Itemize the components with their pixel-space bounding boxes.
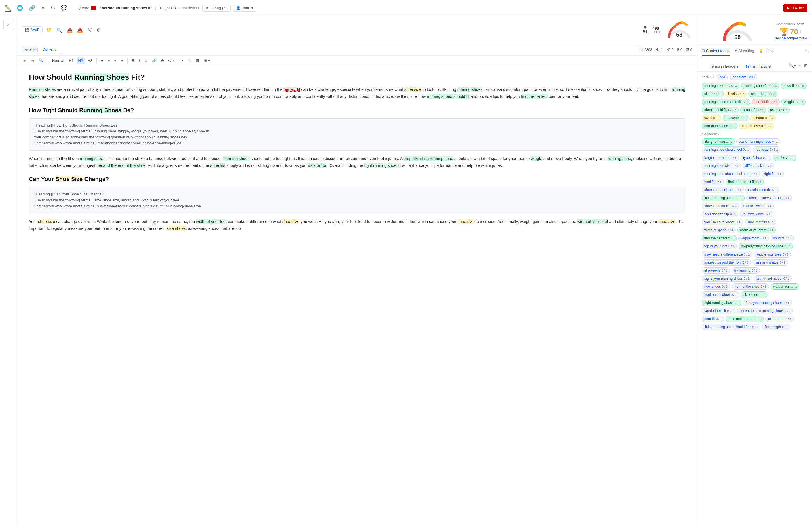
basic-tag[interactable]: footwear 1 / 1 xyxy=(723,115,748,121)
youtube-button[interactable]: ▶ How to? xyxy=(783,4,807,12)
basic-tag[interactable]: running shoe fit 2 / 1-3 xyxy=(741,82,779,89)
inline-code-button[interactable]: </> xyxy=(166,57,175,64)
basic-tag[interactable]: midfoot 0 / 1-2 xyxy=(750,115,776,121)
extended-tag[interactable]: size shoe 1 / 1 xyxy=(741,291,767,298)
extended-tag[interactable]: extra room 0 / 1 xyxy=(765,316,794,322)
extended-tag[interactable]: brand and model 0 / 1 xyxy=(754,275,792,282)
tab-terms-headers[interactable]: Terms in headers xyxy=(706,62,742,71)
extended-tag[interactable]: running shoes don't fit 0 / 1 xyxy=(746,195,792,201)
link-icon[interactable]: 🔗 xyxy=(29,5,35,11)
extended-tag[interactable]: longest toe and the front 0 / 1 xyxy=(702,259,751,266)
export-icon-btn[interactable]: 📤 xyxy=(66,26,74,34)
extended-tag[interactable]: comfortable fit 0 / 1 xyxy=(702,307,736,314)
extended-tag[interactable]: try running 0 / 1 xyxy=(732,267,760,274)
extended-tag[interactable]: find the perfect fit 1 / 1 xyxy=(726,179,764,185)
extended-tag[interactable]: wiggle your toes 0 / 1 xyxy=(754,251,791,257)
extended-tag[interactable]: length and width 0 / 1 xyxy=(702,154,739,161)
strikethrough-button[interactable]: S xyxy=(160,57,165,64)
extended-tag[interactable]: you'll need to know 0 / 1 xyxy=(702,219,743,225)
extended-tag[interactable]: fit properly 0 / 1 xyxy=(702,267,730,274)
extended-tag[interactable]: heel fit 0 / 1 xyxy=(702,179,724,185)
h3-button[interactable]: H3 xyxy=(86,57,94,64)
h2-button[interactable]: H2 xyxy=(76,57,85,64)
extended-tag[interactable]: snug fit 0 / 1 xyxy=(770,235,794,241)
extended-tag[interactable]: running coach 0 / 1 xyxy=(745,187,779,193)
h1-button[interactable]: H1 xyxy=(67,57,75,64)
extended-tag[interactable]: right fit 0 / 1 xyxy=(762,171,784,177)
search-format-button[interactable]: 🔍 xyxy=(38,57,45,64)
align-center-button[interactable]: ≡ xyxy=(106,57,112,64)
nav-ideas[interactable]: 💡 Ideas xyxy=(759,49,774,56)
tab-meta[interactable]: <meta> xyxy=(22,47,38,52)
basic-tag[interactable]: perfect fit 13 / 1 xyxy=(752,99,780,105)
basic-tag[interactable]: shoe fit 3 / 2-5 xyxy=(781,82,807,89)
extended-tag[interactable]: walk or run 1 / 1 xyxy=(770,283,799,290)
basic-tag[interactable]: plantar fasciitis 0 / 1 xyxy=(739,123,774,129)
align-justify-button[interactable]: ≡ xyxy=(119,57,125,64)
undo-button[interactable]: ↩ xyxy=(22,57,29,64)
collapse-button[interactable]: ✓ xyxy=(3,19,14,30)
extended-tag[interactable]: may need a different size 0 / 1 xyxy=(702,251,752,257)
change-competitors-link[interactable]: Change competitors ▾ xyxy=(773,36,807,40)
normal-style-button[interactable]: Normal xyxy=(50,57,66,64)
share-button[interactable]: 👤 share ▾ xyxy=(233,5,256,12)
extended-tag[interactable]: foot length 0 / 1 xyxy=(762,324,791,330)
extended-tag[interactable]: shoes are designed 0 / 1 xyxy=(702,187,744,193)
extended-tag[interactable]: shoe that fits 0 / 1 xyxy=(745,219,776,225)
nav-ai-writing[interactable]: ✦ AI-writing xyxy=(734,49,754,56)
extended-tag[interactable]: signs your running shoes 0 / 1 xyxy=(702,275,752,282)
extended-tag[interactable]: running shoe should feel 0 / 1 xyxy=(702,147,751,153)
extended-tag[interactable]: width of space 0 / 1 xyxy=(702,227,736,234)
extended-tag[interactable]: top of your foot 0 / 1 xyxy=(702,243,737,250)
basic-tag[interactable]: running shoes should fit 1 / 1 xyxy=(702,99,750,105)
extended-tag[interactable]: fit of your running shoes 0 / 1 xyxy=(743,300,792,306)
bold-button[interactable]: B xyxy=(130,57,136,64)
unordered-list-button[interactable]: • xyxy=(180,57,185,64)
import-icon-btn[interactable]: 📥 xyxy=(76,26,84,34)
extended-tag[interactable]: fitting running shoe should feel 0 / 1 xyxy=(702,324,760,330)
extended-tag[interactable]: fitting running shoes 1 / 1 xyxy=(702,195,745,201)
list-icon[interactable]: ≡ xyxy=(805,49,807,53)
basic-tag[interactable]: size 7 / 4-15 xyxy=(702,91,724,97)
adjust-icon[interactable]: ⊞ xyxy=(804,63,807,68)
nav-content-terms[interactable]: ⊞ Content terms xyxy=(702,49,730,56)
italic-button[interactable]: I xyxy=(137,57,142,64)
extended-tag[interactable]: different size 0 / 1 xyxy=(743,163,774,169)
extended-tag[interactable]: right running shoe 1 / 1 xyxy=(702,300,741,306)
basic-tag[interactable]: wiggle 1 / 1-2 xyxy=(782,99,806,105)
extended-tag[interactable]: running shoe should feel snug 0 / 1 xyxy=(702,171,760,177)
basic-tag[interactable]: running shoe 11 / 8-23 xyxy=(702,82,739,89)
underline-button[interactable]: U xyxy=(143,57,149,64)
extended-tag[interactable]: find the perfect 2 / 1 xyxy=(702,235,737,241)
extended-tag[interactable]: type of shoe 0 / 1 xyxy=(741,154,771,161)
extended-tag[interactable]: foot size 0 / 1-2 xyxy=(753,147,780,153)
extended-tag[interactable]: shoes that aren't 0 / 1 xyxy=(702,203,739,209)
extended-tag[interactable]: running shoe size 0 / 1 xyxy=(702,163,741,169)
extended-tag[interactable]: toe box 1 / 1 xyxy=(773,154,796,161)
wordpress-icon-btn[interactable]: Ⓦ xyxy=(86,26,93,34)
filter-icon[interactable]: 🔍▾ xyxy=(789,63,796,68)
align-right-button[interactable]: ≡ xyxy=(113,57,118,64)
settings-icon-btn[interactable]: ⚙ xyxy=(96,26,102,34)
extended-tag[interactable]: thumb's width 0 / 1 xyxy=(740,211,773,217)
basic-tag[interactable]: heel 2 / 4-7 xyxy=(726,91,746,97)
extended-tag[interactable]: new shoes 0 / 1 xyxy=(702,283,730,290)
extended-tag[interactable]: front of the shoe 0 / 1 xyxy=(732,283,769,290)
google-icon[interactable]: G xyxy=(51,5,55,11)
folder-icon-btn[interactable]: 📁 xyxy=(45,26,53,34)
basic-tag[interactable]: proper fit 1 / 1 xyxy=(740,107,766,113)
extended-tag[interactable]: heel doesn't slip 0 / 1 xyxy=(702,211,738,217)
chat-icon[interactable]: 💬 xyxy=(61,5,67,11)
basic-tag[interactable]: end of the shoe 1 / 1 xyxy=(702,123,737,129)
search-icon-btn[interactable]: 🔍 xyxy=(55,26,63,34)
add-term-button[interactable]: add xyxy=(717,74,728,80)
extended-tag[interactable]: comes to how running shoes 0 / 1 xyxy=(737,307,793,314)
extended-tag[interactable]: properly fitting running shoe 1 / 1 xyxy=(739,243,793,250)
basic-tag[interactable]: snug 1 / 1-2 xyxy=(768,107,789,113)
extended-tag[interactable]: width of your feet 2 / 1 xyxy=(737,227,776,234)
basic-tag[interactable]: shoe should fit 1 / 1-2 xyxy=(702,107,739,113)
edit-icon[interactable]: ✏ xyxy=(798,63,802,68)
image-insert-button[interactable]: 🖼 xyxy=(194,57,201,64)
basic-tag[interactable]: shoe size 6 / 1-2 xyxy=(748,91,778,97)
align-left-button[interactable]: ≡ xyxy=(99,57,105,64)
